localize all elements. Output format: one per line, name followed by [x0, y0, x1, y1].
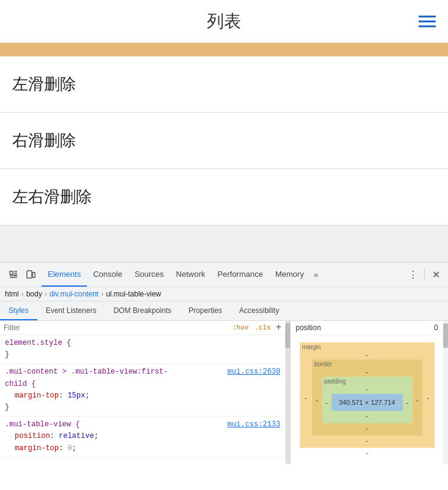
hamburger-line-1 [419, 15, 436, 17]
box-model-padding: padding - - 340.571 × 127.714 - [322, 377, 413, 423]
padding-label: padding [324, 378, 346, 385]
gray-area [0, 225, 448, 262]
css-selector-element-style: element.style { [5, 337, 280, 349]
border-middle: - padding - - [312, 377, 422, 423]
css-filter-input[interactable] [4, 323, 233, 332]
styles-tabs-bar: Styles Event Listeners DOM Breakpoints P… [0, 301, 448, 321]
css-rule-table-view: .mui-table-view { mui.css:2133 position:… [0, 417, 285, 458]
list-container: 左滑删除 右滑删除 左右滑删除 [0, 56, 448, 225]
tab-network[interactable]: Network [170, 263, 212, 287]
hamburger-menu[interactable] [419, 15, 436, 27]
add-style-rule-btn[interactable]: + [275, 322, 282, 333]
css-pane-scrollbar-thumb[interactable] [285, 323, 290, 348]
margin-label: margin [302, 344, 321, 350]
css-rule-first-child: .mui-content > .mui-table-view:first- mu… [0, 364, 285, 417]
box-model-position-label: position [296, 323, 321, 332]
css-property-margin-top-0: margin-top: 0; [5, 443, 280, 454]
css-pane-scrollbar[interactable] [285, 321, 290, 464]
breadcrumb-body[interactable]: body [26, 290, 42, 298]
tab-elements[interactable]: Elements [42, 263, 87, 287]
styles-tab-event-listeners[interactable]: Event Listeners [37, 301, 105, 320]
box-model-scrollbar-thumb[interactable] [443, 323, 448, 348]
hamburger-line-2 [419, 20, 436, 22]
css-property-margin-top: margin-top: 15px; [5, 390, 280, 402]
css-pane: :hov .cls + element.style { } .mui-conte… [0, 321, 285, 464]
css-selector-first-child: .mui-content > .mui-table-view:first- mu… [5, 366, 280, 378]
box-model-border: border - - padding [312, 360, 422, 435]
styles-tab-accessibility[interactable]: Accessibility [231, 301, 288, 320]
devtools-panel: Elements Console Sources Network Perform… [0, 262, 448, 464]
more-tabs-btn[interactable]: » [310, 270, 322, 279]
css-property-position: position: relative; [5, 431, 280, 442]
breadcrumb-div-mui-content[interactable]: div.mui-content [50, 290, 99, 298]
svg-rect-7 [32, 273, 35, 277]
list-item-2[interactable]: 右滑删除 [0, 113, 448, 169]
css-selector-firstchild-line2: child { [5, 379, 280, 390]
margin-middle: - border - - [300, 360, 435, 435]
border-right-val: - [413, 396, 422, 404]
padding-bottom-val: - [322, 411, 413, 423]
box-model-area: margin - - border - - [291, 335, 443, 464]
border-bottom-val: - [312, 423, 422, 435]
devtools-topbar: Elements Console Sources Network Perform… [0, 263, 448, 287]
css-source-first-child[interactable]: mui.css:2630 [228, 366, 280, 378]
hov-toggle[interactable]: :hov [233, 324, 248, 331]
devtools-tabs: Elements Console Sources Network Perform… [42, 263, 406, 287]
box-model-content: 340.571 × 127.714 [332, 394, 403, 411]
svg-rect-0 [10, 271, 13, 274]
devtools-more-options[interactable]: ⋮ [406, 268, 420, 282]
cls-toggle[interactable]: .cls [255, 324, 271, 331]
css-close-element-style: } [5, 349, 280, 361]
hamburger-line-3 [419, 25, 436, 27]
css-selector-table-view: .mui-table-view { mui.css:2133 [5, 419, 280, 431]
styles-tab-dom-breakpoints[interactable]: DOM Breakpoints [105, 301, 180, 320]
padding-right-val: - [403, 399, 413, 406]
list-item-1[interactable]: 左滑删除 [0, 56, 448, 113]
box-model-margin: margin - - border - - [300, 342, 435, 448]
css-source-table-view[interactable]: mui.css:2133 [228, 419, 280, 431]
list-item-3[interactable]: 左右滑删除 [0, 169, 448, 225]
styles-tab-properties[interactable]: Properties [180, 301, 231, 320]
tab-memory[interactable]: Memory [269, 263, 310, 287]
margin-left-val: - [300, 394, 312, 401]
orange-banner [0, 43, 448, 56]
app-bar: 列表 [0, 0, 448, 43]
tab-sources[interactable]: Sources [129, 263, 170, 287]
devtools-main-content: :hov .cls + element.style { } .mui-conte… [0, 321, 448, 464]
styles-tab-styles[interactable]: Styles [0, 301, 37, 320]
tab-console[interactable]: Console [87, 263, 129, 287]
margin-right-val: - [422, 394, 435, 401]
inspect-element-btn[interactable] [5, 266, 22, 284]
app-title: 列表 [207, 10, 241, 33]
content-bottom: - [300, 448, 435, 458]
css-filter-row: :hov .cls + [0, 321, 285, 335]
svg-rect-6 [27, 271, 32, 278]
separator [424, 269, 425, 281]
margin-bottom-val: - [300, 435, 435, 448]
box-model-header: position 0 [291, 321, 443, 335]
css-close-first-child: } [5, 402, 280, 413]
breadcrumb-html[interactable]: html [5, 290, 19, 298]
box-model-pane-scrollbar[interactable] [443, 321, 448, 464]
box-model-diagram: margin - - border - - [300, 342, 435, 458]
devtools-close-btn[interactable]: ✕ [428, 268, 443, 282]
css-rule-element-style: element.style { } [0, 335, 285, 364]
padding-middle: - 340.571 × 127.714 - [322, 394, 413, 411]
box-model-pane: position 0 margin - - [290, 321, 443, 464]
breadcrumb: html › body › div.mui-content › ul.mui-t… [0, 287, 448, 301]
devtools-topbar-right: ⋮ ✕ [406, 268, 443, 282]
border-left-val: - [312, 396, 322, 404]
breadcrumb-ul-mui-table-view[interactable]: ul.mui-table-view [106, 290, 161, 298]
box-model-position-value: 0 [434, 323, 438, 332]
device-toolbar-btn[interactable] [22, 266, 39, 284]
border-label: border [315, 361, 332, 368]
padding-left-val: - [322, 399, 332, 406]
tab-performance[interactable]: Performance [211, 263, 269, 287]
